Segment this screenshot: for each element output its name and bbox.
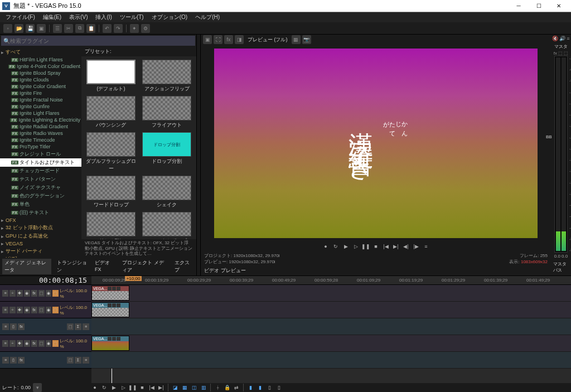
tool-icon[interactable]: ✦ [130, 24, 139, 33]
tool2-icon[interactable]: ⚙ [141, 24, 150, 33]
tree-item[interactable]: FXテスト パターン [0, 175, 81, 183]
redo-icon[interactable]: ↷ [114, 24, 123, 33]
tree-item[interactable]: FXIgnite Light Flares [0, 110, 81, 117]
track-lane[interactable]: VEGA... [91, 335, 571, 352]
master-bus-tab[interactable]: マスタ バス [552, 260, 570, 274]
tree-item[interactable]: FXクレジット ロール [0, 150, 81, 158]
track-lane[interactable] [91, 352, 571, 369]
tree-item[interactable]: ▸VEGAS [0, 240, 81, 247]
tree-item[interactable]: FXチェッカーボード [0, 167, 81, 175]
rate-down-icon[interactable]: ▾ [33, 383, 42, 392]
preset-item[interactable]: (デフォルト) [85, 60, 137, 93]
tl-play-icon[interactable]: ▷ [119, 384, 127, 391]
tree-item[interactable]: FXノイズ テクスチャ [0, 183, 81, 192]
preset-item[interactable]: アクションフリップ [141, 60, 193, 93]
meter-menu-icon[interactable]: ≡ [567, 36, 569, 41]
tree-item[interactable]: FX色のグラデーション [0, 192, 81, 200]
solo-icon[interactable]: 🔊 [559, 36, 565, 41]
preset-item[interactable]: ダブルフラッシュグロー [85, 132, 137, 172]
copy-icon[interactable]: ⧉ [75, 24, 84, 33]
track-lane[interactable]: VEGA... [91, 302, 571, 318]
undo-icon[interactable]: ↶ [103, 24, 112, 33]
preview-tab[interactable]: ビデオ プレビュー [201, 266, 551, 275]
tree-item[interactable]: FXIgnite Timecode [0, 137, 81, 143]
tool-a-icon[interactable]: ▦ [181, 384, 188, 391]
prev-snap-icon[interactable]: 📷 [302, 35, 311, 44]
tl-play-start-icon[interactable]: ▶ [110, 384, 118, 391]
render-icon[interactable]: ▣ [37, 24, 46, 33]
record-icon[interactable]: ● [322, 243, 330, 250]
tree-item[interactable]: ▸サード パーティ [0, 247, 81, 255]
preset-item[interactable]: バウンシング [85, 96, 137, 129]
prev-frame-icon[interactable]: ◀| [402, 243, 410, 250]
panel-tab[interactable]: メディア ジェネレータ [2, 259, 51, 274]
preset-item[interactable]: シェイク [141, 176, 193, 209]
close-button[interactable]: ✕ [549, 1, 569, 12]
play-icon[interactable]: ▷ [352, 243, 360, 250]
track-lane[interactable]: VEGA... [91, 285, 571, 302]
track-header[interactable]: ≡÷✚◉fx⬚◉⬚レベル: 100.0 % [0, 285, 91, 302]
clip[interactable]: VEGA... [91, 302, 129, 317]
tl-pause-icon[interactable]: ❚❚ [129, 384, 137, 391]
tree-item[interactable]: ▸32 ビット浮動小数点 [0, 224, 81, 232]
clip[interactable]: VEGA... [91, 285, 129, 301]
track-header[interactable]: ≡▯fx⬚Σ≡ [0, 318, 91, 335]
next-frame-icon[interactable]: |▶ [412, 243, 420, 250]
track-lane[interactable] [91, 318, 571, 335]
preset-item[interactable]: ドミノ倒し [85, 212, 137, 239]
maximize-button[interactable]: ☐ [529, 1, 549, 12]
tl-start-icon[interactable]: |◀ [148, 384, 156, 391]
tree-item[interactable]: FX単色 [0, 200, 81, 209]
panel-tab[interactable]: トランジション [55, 259, 89, 274]
menu-item[interactable]: ヘルプ(H) [192, 12, 223, 22]
stop-icon[interactable]: ■ [372, 243, 380, 250]
track-header[interactable]: ≡▯fx⬚Σ≡ [0, 352, 91, 369]
menu-item[interactable]: 挿入(I) [92, 12, 115, 22]
prev-ext-icon[interactable]: ⛶ [214, 35, 222, 44]
search-box[interactable]: 🔍 [1, 36, 195, 46]
tree-item[interactable]: FXIgnite Gunfire [0, 103, 81, 110]
paste-icon[interactable]: 📋 [86, 24, 95, 33]
timecode-display[interactable]: 00:00:08;15 [0, 276, 91, 284]
play-start-icon[interactable]: ▶ [342, 243, 350, 250]
save-icon[interactable]: 💾 [26, 24, 35, 33]
tree-item[interactable]: FX(旧) テキスト [0, 209, 81, 217]
prev-fx-icon[interactable]: fx [224, 35, 233, 44]
prev-props-icon[interactable]: ▣ [203, 35, 212, 44]
tree-item[interactable]: FXIgnite Clouds [0, 76, 81, 83]
tree-item[interactable]: FXIgnite Fractal Noise [0, 96, 81, 103]
tree-item[interactable]: ▸すべて [0, 48, 81, 56]
tree-item[interactable]: FXタイトルおよびテキスト [0, 158, 81, 167]
menu-item[interactable]: ツール(T) [117, 12, 147, 22]
panel-tab[interactable]: プロジェクト メディア [120, 259, 169, 274]
menu-item[interactable]: 編集(E) [40, 12, 65, 22]
track-header[interactable]: ≡÷✚◉fx⬚◉⬚レベル: 100.0 % [0, 335, 91, 352]
tl-end-icon[interactable]: ▶| [157, 384, 165, 391]
tool-c-icon[interactable]: ▥ [200, 384, 207, 391]
tree-item[interactable]: FXIgnite 4-Point Color Gradient [0, 63, 81, 70]
marker-d-icon[interactable]: ▯ [275, 384, 283, 391]
tool-b-icon[interactable]: ◫ [190, 384, 198, 391]
open-icon[interactable]: 📂 [14, 24, 23, 33]
tree-item[interactable]: ▸GPU による高速化 [0, 232, 81, 240]
panel-tab[interactable]: エクスプ [172, 259, 194, 274]
menu-item[interactable]: オプション(O) [148, 12, 191, 22]
marker-a-icon[interactable]: ▮ [246, 384, 254, 391]
menu-item[interactable]: 表示(V) [66, 12, 91, 22]
cut-icon[interactable]: ✂ [64, 24, 73, 33]
marker-b-icon[interactable]: ▮ [256, 384, 264, 391]
tree-item[interactable]: FXProType Titler [0, 143, 81, 150]
preset-item[interactable]: ドロップ分割ドロップ分割 [141, 132, 193, 172]
fx-tree[interactable]: ▸すべてFXHitFilm Light FlaresFXIgnite 4-Poi… [0, 47, 81, 258]
ripple-icon[interactable]: ⇄ [233, 384, 240, 391]
preview-quality-label[interactable]: プレビュー (フル) [248, 36, 288, 43]
tree-item[interactable]: FXIgnite Blood Spray [0, 70, 81, 76]
pause-icon[interactable]: ❚❚ [362, 243, 370, 250]
prev-overlay-icon[interactable]: ▦ [292, 35, 301, 44]
more-icon[interactable]: ≡ [422, 243, 430, 250]
tl-loop-icon[interactable]: ↻ [100, 384, 108, 391]
new-icon[interactable]: ▫ [3, 24, 12, 33]
tree-item[interactable]: ▸OFX [0, 217, 81, 224]
normal-edit-icon[interactable]: ◪ [171, 384, 179, 391]
tree-item[interactable]: FXIgnite Lightning & Electricity [0, 117, 81, 123]
